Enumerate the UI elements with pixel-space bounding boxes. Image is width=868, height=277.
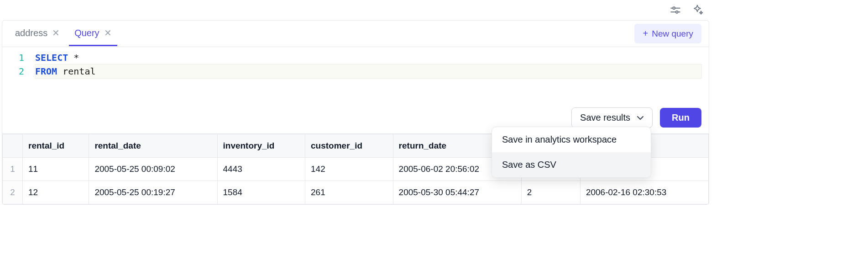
column-header[interactable]: rental_id: [23, 134, 89, 158]
cell[interactable]: 2005-05-30 05:44:27: [393, 181, 521, 204]
tab-label: Query: [74, 28, 99, 38]
cell[interactable]: 4443: [217, 158, 305, 181]
line-number: 1: [2, 51, 24, 64]
code-line: SELECT *: [35, 51, 701, 64]
actions-row: Save results Run Save in analytics works…: [2, 102, 709, 133]
cell[interactable]: 11: [23, 158, 89, 181]
code-area[interactable]: SELECT * FROM rental: [35, 51, 709, 98]
cell[interactable]: 2006-02-16 02:30:53: [580, 181, 708, 204]
save-results-label: Save results: [580, 112, 630, 123]
tabs-list: address ✕ Query ✕: [10, 21, 117, 46]
cell[interactable]: 2: [521, 181, 580, 204]
dropdown-item-save-workspace[interactable]: Save in analytics workspace: [492, 127, 651, 152]
sparkle-icon[interactable]: [691, 4, 704, 16]
run-label: Run: [672, 112, 690, 123]
run-button[interactable]: Run: [660, 108, 701, 128]
rownum-header: [3, 134, 23, 158]
new-query-label: New query: [652, 29, 693, 39]
column-header[interactable]: inventory_id: [217, 134, 305, 158]
cell[interactable]: 12: [23, 181, 89, 204]
cell[interactable]: 2005-05-25 00:19:27: [89, 181, 217, 204]
tabs-row: address ✕ Query ✕ + New query: [2, 21, 709, 47]
svg-point-3: [676, 11, 678, 13]
app-root: address ✕ Query ✕ + New query 1 2 SELECT…: [0, 0, 711, 205]
save-results-button[interactable]: Save results: [571, 107, 653, 128]
line-number: 2: [2, 64, 24, 78]
cell[interactable]: 2005-05-25 00:09:02: [89, 158, 217, 181]
code-line: FROM rental: [35, 64, 701, 78]
plus-icon: +: [643, 28, 648, 39]
close-icon[interactable]: ✕: [52, 28, 60, 37]
sql-editor[interactable]: 1 2 SELECT * FROM rental: [2, 47, 709, 102]
chevron-down-icon: [637, 116, 644, 120]
editor-panel: address ✕ Query ✕ + New query 1 2 SELECT…: [2, 20, 709, 205]
cell[interactable]: 142: [305, 158, 393, 181]
dropdown-item-save-csv[interactable]: Save as CSV: [492, 152, 651, 177]
settings-sliders-icon[interactable]: [669, 4, 682, 16]
line-gutter: 1 2: [2, 51, 35, 98]
tab-label: address: [15, 28, 47, 38]
close-icon[interactable]: ✕: [104, 28, 112, 37]
tab-query[interactable]: Query ✕: [69, 21, 117, 46]
row-number: 1: [3, 158, 23, 181]
save-results-dropdown: Save in analytics workspace Save as CSV: [492, 127, 651, 178]
svg-point-1: [673, 7, 675, 9]
column-header[interactable]: rental_date: [89, 134, 217, 158]
cell[interactable]: 261: [305, 181, 393, 204]
table-row[interactable]: 2 12 2005-05-25 00:19:27 1584 261 2005-0…: [3, 181, 709, 204]
column-header[interactable]: customer_id: [305, 134, 393, 158]
row-number: 2: [3, 181, 23, 204]
new-query-button[interactable]: + New query: [634, 24, 701, 43]
topbar: [0, 0, 711, 20]
tab-address[interactable]: address ✕: [10, 21, 65, 46]
cell[interactable]: 1584: [217, 181, 305, 204]
